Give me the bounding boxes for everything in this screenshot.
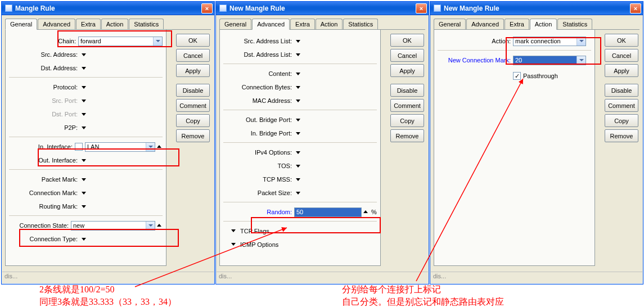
dstlist-label: Dst. Address List: bbox=[223, 51, 294, 58]
tab-statistics[interactable]: Statistics bbox=[343, 19, 378, 29]
comment-button[interactable]: Comment bbox=[605, 99, 638, 112]
expand-icon[interactable] bbox=[82, 52, 87, 57]
pktsize-label: Packet Size: bbox=[223, 189, 294, 196]
connstate-label: Connection State: bbox=[9, 222, 71, 229]
apply-button[interactable]: Apply bbox=[605, 64, 638, 77]
random-input[interactable]: 50 bbox=[294, 207, 362, 217]
copy-button[interactable]: Copy bbox=[390, 114, 424, 127]
expand-icon[interactable] bbox=[82, 84, 87, 90]
titlebar[interactable]: New Mangle Rule × bbox=[430, 2, 643, 15]
expand-icon[interactable] bbox=[82, 98, 87, 103]
note-left: 2条线就是100/2=50 同理3条就是33.333（33，33，34） bbox=[39, 283, 177, 307]
ipv4-label: IPv4 Options: bbox=[223, 149, 294, 156]
remove-button[interactable]: Remove bbox=[390, 129, 424, 142]
cancel-button[interactable]: Cancel bbox=[605, 49, 638, 62]
passthrough-label: Passthrough bbox=[523, 73, 558, 79]
expand-icon[interactable] bbox=[82, 204, 87, 209]
disable-button[interactable]: Disable bbox=[390, 84, 424, 97]
inbridge-label: In. Bridge Port: bbox=[223, 130, 294, 137]
tab-action[interactable]: Action bbox=[101, 19, 129, 29]
tab-general[interactable]: General bbox=[219, 19, 251, 29]
apply-button[interactable]: Apply bbox=[390, 64, 424, 77]
status-bar: dis... bbox=[431, 272, 642, 283]
expand-icon[interactable] bbox=[296, 190, 301, 196]
tab-advanced[interactable]: Advanced bbox=[38, 19, 75, 29]
tab-extra[interactable]: Extra bbox=[505, 19, 529, 29]
close-icon[interactable]: × bbox=[630, 3, 641, 13]
window-title: New Mangle Rule bbox=[444, 4, 499, 12]
expand-icon[interactable] bbox=[231, 241, 237, 247]
tab-action[interactable]: Action bbox=[530, 19, 557, 30]
tab-general[interactable]: General bbox=[5, 19, 37, 30]
expand-icon[interactable] bbox=[82, 236, 87, 242]
action-combo[interactable]: mark connection bbox=[513, 37, 586, 46]
apply-button[interactable]: Apply bbox=[176, 64, 210, 77]
window-title: Mangle Rule bbox=[15, 4, 55, 12]
expand-icon[interactable] bbox=[82, 190, 87, 196]
expand-icon[interactable] bbox=[296, 117, 301, 123]
tab-action[interactable]: Action bbox=[316, 19, 343, 29]
disable-button[interactable]: Disable bbox=[176, 84, 210, 97]
expand-icon[interactable] bbox=[296, 150, 301, 155]
passthrough-checkbox[interactable]: ✓ bbox=[513, 72, 521, 80]
collapse-icon[interactable] bbox=[363, 209, 369, 215]
tab-advanced[interactable]: Advanced bbox=[252, 19, 290, 30]
new-mangle-rule-window-advanced: New Mangle Rule × General Advanced Extra… bbox=[215, 1, 429, 285]
tcpflags-label: TCP Flags bbox=[237, 228, 269, 234]
expand-icon[interactable] bbox=[296, 84, 301, 90]
cancel-button[interactable]: Cancel bbox=[390, 49, 424, 62]
expand-icon[interactable] bbox=[296, 38, 301, 44]
disable-button[interactable]: Disable bbox=[605, 84, 638, 97]
random-label: Random: bbox=[223, 209, 294, 215]
copy-button[interactable]: Copy bbox=[605, 114, 638, 127]
collapse-icon[interactable] bbox=[157, 223, 163, 228]
expand-icon[interactable] bbox=[296, 130, 301, 136]
close-icon[interactable]: × bbox=[416, 3, 427, 13]
expand-icon[interactable] bbox=[82, 65, 87, 71]
conntype-label: Connection Type: bbox=[9, 236, 80, 242]
status-bar: dis... bbox=[217, 272, 428, 283]
tab-extra[interactable]: Extra bbox=[290, 19, 315, 29]
tab-extra[interactable]: Extra bbox=[76, 19, 101, 29]
comment-button[interactable]: Comment bbox=[176, 99, 210, 112]
tab-advanced[interactable]: Advanced bbox=[466, 19, 504, 29]
collapse-icon[interactable] bbox=[157, 144, 163, 150]
pktmark-label: Packet Mark: bbox=[9, 176, 80, 183]
tos-label: TOS: bbox=[223, 162, 294, 169]
iniface-combo[interactable]: LAN bbox=[85, 142, 155, 152]
cancel-button[interactable]: Cancel bbox=[176, 49, 210, 62]
comment-button[interactable]: Comment bbox=[390, 99, 424, 112]
newconn-combo[interactable]: 20 bbox=[513, 56, 586, 65]
routemark-label: Routing Mark: bbox=[9, 203, 80, 210]
expand-icon[interactable] bbox=[231, 228, 237, 233]
tab-statistics[interactable]: Statistics bbox=[557, 19, 592, 29]
expand-icon[interactable] bbox=[82, 111, 87, 117]
proto-label: Protocol: bbox=[9, 84, 80, 91]
ok-button[interactable]: OK bbox=[605, 34, 638, 47]
expand-icon[interactable] bbox=[82, 157, 87, 163]
tab-statistics[interactable]: Statistics bbox=[129, 19, 164, 29]
expand-icon[interactable] bbox=[82, 177, 87, 182]
ok-button[interactable]: OK bbox=[176, 34, 210, 47]
expand-icon[interactable] bbox=[296, 163, 301, 169]
chain-combo[interactable]: forward bbox=[78, 37, 163, 46]
remove-button[interactable]: Remove bbox=[605, 129, 638, 142]
copy-button[interactable]: Copy bbox=[176, 114, 210, 127]
expand-icon[interactable] bbox=[296, 52, 301, 57]
titlebar[interactable]: New Mangle Rule × bbox=[216, 2, 429, 15]
titlebar[interactable]: Mangle Rule × bbox=[2, 2, 214, 15]
expand-icon[interactable] bbox=[296, 71, 301, 76]
new-mangle-rule-window-action: New Mangle Rule × General Advanced Extra… bbox=[430, 1, 643, 285]
not-checkbox[interactable] bbox=[75, 143, 83, 151]
tabs: General Advanced Extra Action Statistics bbox=[5, 19, 211, 30]
remove-button[interactable]: Remove bbox=[176, 129, 210, 142]
tab-general[interactable]: General bbox=[434, 19, 466, 29]
expand-icon[interactable] bbox=[296, 177, 301, 182]
connstate-combo[interactable]: new bbox=[71, 221, 155, 231]
chain-label: Chain: bbox=[9, 38, 78, 44]
expand-icon[interactable] bbox=[82, 125, 87, 130]
close-icon[interactable]: × bbox=[201, 3, 213, 13]
mac-label: MAC Address: bbox=[223, 97, 294, 104]
expand-icon[interactable] bbox=[296, 98, 301, 103]
ok-button[interactable]: OK bbox=[390, 34, 424, 47]
